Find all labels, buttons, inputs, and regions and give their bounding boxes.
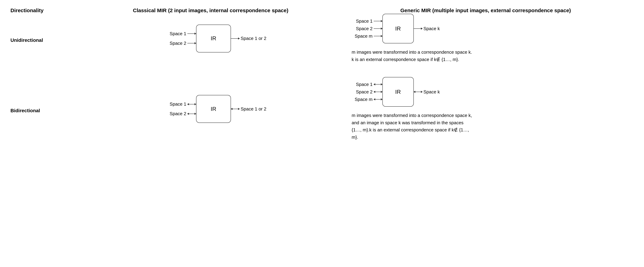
gen-input-row-3: Space m (352, 34, 382, 39)
bi-gen-row-2: Space 2 (352, 89, 382, 95)
gen-input-row-1: Space 1 (352, 18, 382, 24)
ir-box-bi-generic: IR (382, 77, 414, 107)
generic-unidirectional-diagram: Space 1 Space 2 Space m IR (338, 14, 634, 66)
bi-arrow-1 (187, 104, 196, 104)
unidirectional-row: Unidirectional Space 1 Space 2 (10, 14, 634, 66)
uni-note-line1: m images were transformed into a corresp… (352, 48, 634, 56)
gen-arrow-3 (374, 36, 382, 36)
classical-unidirectional-diagram: Space 1 Space 2 IR Space 1 or (94, 14, 338, 66)
bi-gen-arrow-1 (374, 84, 382, 84)
uni-generic-note: m images were transformed into a corresp… (338, 48, 634, 63)
bi-classical-inputs: Space 1 Space 2 (166, 102, 196, 116)
bidirectional-row: Bidirectional Space 1 Space 2 (10, 77, 634, 144)
bi-gen-arrow-3 (374, 99, 382, 100)
uni-classical-diagram: Space 1 Space 2 IR Space 1 or (166, 24, 266, 52)
gen-input-space1: Space 1 (352, 18, 373, 24)
output-arrow-uni-classical (231, 38, 240, 39)
bi-gen-spacem: Space m (352, 97, 373, 102)
bi-gen-output-label: Space k (424, 89, 440, 95)
uni-note-line2: k is an external correspondence space if… (352, 56, 634, 63)
column-classical-header: Classical MIR (2 input images, internal … (94, 7, 338, 14)
gen-input-row-2: Space 2 (352, 26, 382, 31)
ir-box-bi-classical: IR (196, 95, 231, 123)
gen-input-space2: Space 2 (352, 26, 373, 31)
bi-input-row-1: Space 1 (166, 102, 196, 107)
uni-generic-inputs: Space 1 Space 2 Space m (352, 18, 382, 39)
bi-generic-inputs: Space 1 Space 2 Space m (352, 82, 382, 102)
generic-bidirectional-diagram: Space 1 Space 2 Space m IR (338, 77, 634, 144)
bi-note-line1: m images were transformed into a corresp… (352, 112, 634, 119)
gen-arrow-2 (374, 28, 382, 29)
bi-gen-output-arrow (414, 92, 422, 92)
gen-arrow-1 (374, 21, 382, 21)
input-label-space1: Space 1 (166, 31, 186, 36)
bi-note-line4: m}. (352, 134, 634, 141)
input-label-space2: Space 2 (166, 40, 186, 46)
header-row: Directionality Classical MIR (2 input im… (10, 7, 634, 14)
column-directionality-header: Directionality (10, 7, 94, 14)
bi-output-label: Space 1 or 2 (241, 106, 266, 112)
ir-box-uni-classical: IR (196, 24, 231, 52)
column-generic-header: Generic MIR (multiple input images, exte… (338, 7, 634, 14)
output-label-uni-classical: Space 1 or 2 (241, 36, 266, 41)
bi-note-line3: {1…, m}.k is an external correspondence … (352, 126, 634, 134)
generic-title: Generic MIR (multiple input images, exte… (400, 8, 571, 13)
spacer (10, 66, 634, 77)
unidirectional-label: Unidirectional (10, 14, 94, 66)
arrow-right-2 (187, 43, 196, 44)
bi-note-line2: and an image in space k was transformed … (352, 119, 634, 126)
directionality-title: Directionality (10, 8, 44, 13)
bi-gen-arrow-2 (374, 92, 382, 92)
gen-output-arrow (414, 28, 422, 29)
gen-output-label: Space k (424, 26, 440, 31)
bi-gen-space1: Space 1 (352, 82, 373, 87)
classical-bidirectional-diagram: Space 1 Space 2 IR Space 1 or 2 (94, 77, 338, 144)
uni-classical-inputs: Space 1 Space 2 (166, 31, 196, 46)
arrow-right-1 (187, 34, 196, 34)
bi-input-space1: Space 1 (166, 102, 186, 107)
input-row-2: Space 2 (166, 40, 196, 46)
bi-generic-note: m images were transformed into a corresp… (338, 112, 634, 141)
input-row-1: Space 1 (166, 31, 196, 36)
bi-input-row-2: Space 2 (166, 111, 196, 116)
bi-classical-diagram: Space 1 Space 2 IR Space 1 or 2 (166, 95, 266, 123)
bi-input-space2: Space 2 (166, 111, 186, 116)
classical-title: Classical MIR (2 input images, internal … (133, 8, 288, 13)
bi-gen-row-3: Space m (352, 97, 382, 102)
bi-arrow-2 (187, 114, 196, 114)
ir-box-uni-generic: IR (382, 14, 414, 44)
bi-gen-space2: Space 2 (352, 89, 373, 95)
bi-generic-diagram: Space 1 Space 2 Space m IR (352, 77, 440, 107)
bi-gen-row-1: Space 1 (352, 82, 382, 87)
bidirectional-label: Bidirectional (10, 77, 94, 144)
gen-input-spacem: Space m (352, 34, 373, 39)
uni-generic-diagram: Space 1 Space 2 Space m IR (352, 14, 440, 44)
bi-output-arrow (231, 109, 240, 109)
